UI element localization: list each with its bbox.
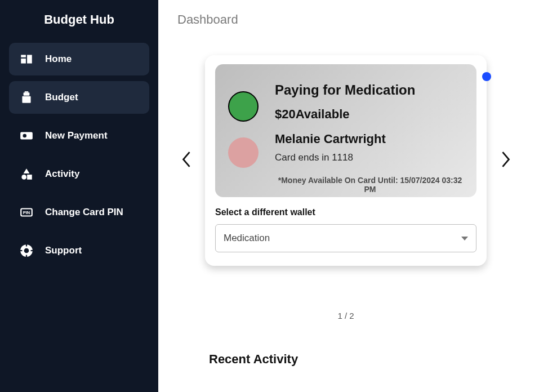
wallet-card-ends: Card ends in 1118 xyxy=(275,152,465,163)
wallet-select-value: Medication xyxy=(224,233,270,244)
avatar-icon xyxy=(228,137,259,168)
chevron-down-icon xyxy=(461,237,468,240)
chevron-left-icon xyxy=(180,149,193,172)
chevron-right-icon xyxy=(500,149,512,172)
svg-rect-3 xyxy=(22,96,30,103)
svg-point-7 xyxy=(23,134,27,138)
nav-home-label: Home xyxy=(45,54,72,65)
wallet-card-ends-prefix: Card ends in xyxy=(275,152,332,163)
page-title: Dashboard xyxy=(177,12,514,27)
home-icon xyxy=(19,52,34,66)
svg-rect-0 xyxy=(21,55,26,57)
wallet-title: Paying for Medication xyxy=(275,82,465,98)
wallet-select[interactable]: Medication xyxy=(215,224,476,252)
support-icon xyxy=(19,243,34,258)
shapes-icon xyxy=(19,167,34,181)
wallet-card-wrap: Paying for Medication $20Available Melan… xyxy=(205,55,487,266)
carousel-prev-button[interactable] xyxy=(177,151,195,170)
svg-text:PIN: PIN xyxy=(23,210,30,215)
wallet-status-icons xyxy=(225,74,261,194)
app-title: Budget Hub xyxy=(9,12,149,27)
svg-rect-4 xyxy=(24,92,30,95)
svg-marker-8 xyxy=(24,168,30,173)
carousel-page-indicator: 1 / 2 xyxy=(177,311,514,320)
svg-rect-18 xyxy=(31,250,33,251)
page-total: 2 xyxy=(349,311,354,320)
nav-home[interactable]: Home xyxy=(9,43,149,75)
nav-activity[interactable]: Activity xyxy=(9,158,149,190)
svg-rect-16 xyxy=(26,255,27,257)
wallet-card-last4: 1118 xyxy=(332,152,353,163)
nav-change-pin-label: Change Card PIN xyxy=(45,207,123,218)
nav-activity-label: Activity xyxy=(45,168,79,180)
status-green-icon xyxy=(228,91,259,122)
svg-rect-17 xyxy=(20,250,22,251)
pin-icon: PIN xyxy=(19,205,34,220)
nav-new-payment[interactable]: New Payment xyxy=(9,119,149,152)
nav-new-payment-label: New Payment xyxy=(45,130,108,141)
wallet-balance-amount: $20 xyxy=(275,107,296,121)
svg-rect-10 xyxy=(27,175,32,180)
nav-change-pin[interactable]: PIN Change Card PIN xyxy=(9,196,149,229)
wallet-owner-name: Melanie Cartwright xyxy=(275,132,465,146)
svg-point-14 xyxy=(24,248,29,253)
nav-budget-label: Budget xyxy=(45,92,78,103)
carousel-next-button[interactable] xyxy=(497,151,514,170)
nav-support[interactable]: Support xyxy=(9,234,149,267)
page-sep: / xyxy=(342,311,350,320)
wallet-tile: Paying for Medication $20Available Melan… xyxy=(215,64,476,197)
wallet-carousel: Paying for Medication $20Available Melan… xyxy=(177,55,514,266)
recent-activity-heading: Recent Activity xyxy=(209,352,514,367)
wallet-card: Paying for Medication $20Available Melan… xyxy=(205,55,487,266)
wallet-tile-text: Paying for Medication $20Available Melan… xyxy=(275,74,465,194)
nav-support-label: Support xyxy=(45,245,82,256)
main-content: Dashboard Paying for Medication $20A xyxy=(158,0,539,392)
notification-dot-icon xyxy=(482,72,491,81)
svg-rect-1 xyxy=(21,59,26,64)
wallet-balance-status: Available xyxy=(296,107,350,121)
svg-rect-5 xyxy=(25,91,29,92)
nav-budget[interactable]: Budget xyxy=(9,81,149,114)
wallet-footnote: *Money Available On Card Until: 15/07/20… xyxy=(275,176,465,194)
sidebar: Budget Hub Home Budget New Payment Activ… xyxy=(0,0,158,392)
payment-icon xyxy=(19,128,34,143)
svg-point-9 xyxy=(21,175,26,180)
wallet-balance: $20Available xyxy=(275,107,465,122)
calculator-icon xyxy=(19,90,34,105)
svg-rect-15 xyxy=(26,244,27,246)
page-current: 1 xyxy=(337,311,342,320)
svg-rect-2 xyxy=(27,55,32,63)
wallet-select-label: Select a different wallet xyxy=(215,207,476,217)
